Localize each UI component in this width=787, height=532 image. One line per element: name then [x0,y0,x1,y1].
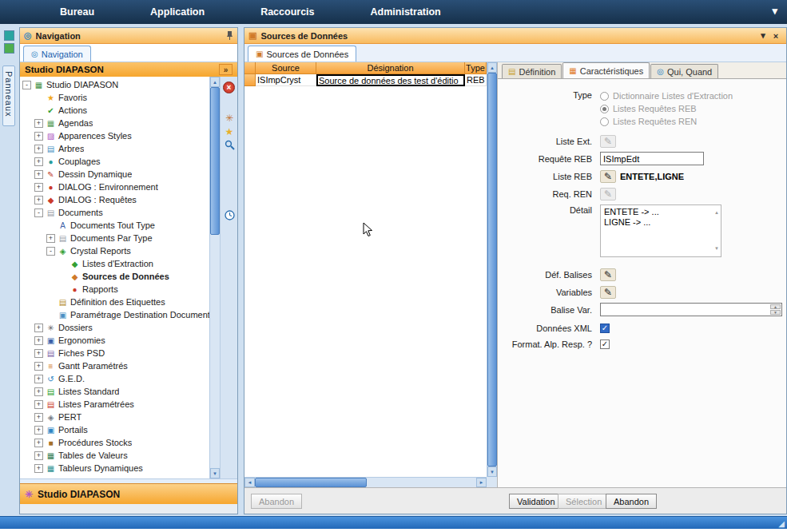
tree-item[interactable]: +●Couplages [20,155,209,168]
radio-button[interactable] [600,105,609,113]
tree-scrollbar[interactable]: ▲ ▼ [209,77,220,478]
expander-icon[interactable]: - [46,247,55,256]
tree-item[interactable]: +▣Portails [20,423,209,436]
tree-item[interactable]: +▦Tableurs Dynamiques [20,462,209,474]
panneaux-tab[interactable]: Panneaux [2,66,15,126]
menu-item-raccourcis[interactable]: Raccourcis [260,6,314,18]
menu-item-bureau[interactable]: Bureau [60,6,94,18]
expander-icon[interactable]: + [34,400,43,409]
expander-icon[interactable]: + [34,387,43,396]
table-cell[interactable]: ISImpCryst [256,74,316,86]
pin-button[interactable] [226,30,233,41]
expander-icon[interactable]: + [34,439,43,447]
tree-item[interactable]: -◈Crystal Reports [20,244,209,257]
resize-grip[interactable]: ◢ [778,519,785,528]
column-header[interactable]: Type [465,62,487,74]
scrollbar-thumb[interactable] [210,87,220,235]
tree-item[interactable]: ◆Listes d'Extraction [20,257,209,270]
table-cell[interactable]: REB [465,74,487,86]
liste-reb-edit-icon[interactable]: ✎ [600,170,616,183]
scroll-down-icon[interactable]: ▼ [487,466,497,477]
expander-icon[interactable]: + [34,336,43,345]
donnees-xml-checkbox[interactable]: ✓ [600,324,610,333]
expander-icon[interactable]: + [34,349,43,358]
radio-option[interactable]: Listes Requêtes REN [600,115,733,128]
tree-item[interactable]: +▤Fiches PSD [20,347,209,359]
menu-item-application[interactable]: Application [150,6,205,18]
tree-item[interactable]: +◆DIALOG : Requêtes [20,193,209,206]
tab-caracteristiques[interactable]: ▦Caractéristiques [562,62,650,78]
variables-edit-icon[interactable]: ✎ [600,286,616,299]
scroll-left-icon[interactable]: ◄ [244,478,255,487]
tree-item[interactable]: +◈PERT [20,411,209,423]
row-selector[interactable] [244,74,256,86]
expander-icon[interactable]: + [34,426,43,435]
scrollbar-thumb[interactable] [487,73,497,466]
table-hscrollbar[interactable]: ◄ ► [244,477,487,487]
expander-icon[interactable]: + [34,324,43,332]
abandon-button[interactable]: Abandon [606,494,657,509]
format-alp-checkbox[interactable]: ✓ [600,339,610,349]
expander-icon[interactable]: + [46,234,55,243]
column-header[interactable]: Source [256,62,316,74]
detail-scroll-down-icon[interactable]: ▼ [714,244,719,254]
window-close-button[interactable]: × [769,31,782,41]
column-header[interactable]: Désignation [316,62,465,74]
wizard-icon[interactable]: ✳ [223,112,236,124]
expander-icon[interactable]: - [34,208,43,217]
history-clock-icon[interactable] [223,209,236,221]
tree-item[interactable]: ✔Actions [20,104,209,117]
detail-scroll-up-icon[interactable]: ▲ [714,208,719,218]
tab-qui-quand[interactable]: ◎Qui, Quand [650,64,718,78]
expander-icon[interactable]: + [34,145,43,153]
expander-icon[interactable]: + [34,413,43,422]
tree-item[interactable]: +▦Tables de Valeurs [20,449,209,462]
tree-item[interactable]: +▤Listes Standard [20,385,209,398]
dock-panel-icon-1[interactable] [4,30,14,41]
tree-item[interactable]: +■Procédures Stocks [20,436,209,449]
expander-icon[interactable]: - [22,81,31,89]
tree-item[interactable]: +▤Arbres [20,142,209,155]
expander-icon[interactable]: + [34,362,43,371]
requete-reb-input[interactable] [600,152,704,165]
tree-item[interactable]: ★Favoris [20,91,209,104]
close-panel-button[interactable]: × [223,81,235,93]
tab-sources-de-donnees[interactable]: ▣ Sources de Données [248,46,356,62]
expander-icon[interactable]: + [34,157,43,166]
collapse-panel-button[interactable]: » [219,64,233,75]
dock-panel-icon-2[interactable] [4,43,14,54]
expander-icon[interactable]: + [34,119,43,128]
scrollbar-thumb[interactable] [255,478,367,487]
table-vscrollbar[interactable]: ▲ ▼ [487,62,497,477]
tree-item[interactable]: ◆Sources de Données [20,270,209,283]
radio-button[interactable] [600,92,609,101]
expander-icon[interactable]: + [34,132,43,141]
tree-item[interactable]: ADocuments Tout Type [20,219,209,232]
tree-item[interactable]: +✳Dossiers [20,321,209,334]
validation-button[interactable]: Validation [509,494,563,509]
spin-down-icon[interactable]: ▼ [770,310,781,315]
expander-icon[interactable]: + [34,170,43,179]
expander-icon[interactable]: + [34,375,43,383]
tab-definition[interactable]: ▤Définition [502,64,562,78]
tree-item[interactable]: +▦Agendas [20,117,209,129]
menu-chevron-icon[interactable]: ▾ [772,5,777,17]
detail-list[interactable]: ENTETE -> ...LIGNE -> ... ▲ ▼ [600,204,721,257]
search-icon[interactable] [223,139,236,151]
window-collapse-button[interactable]: ▾ [757,30,769,41]
tree-item[interactable]: +▣Ergonomies [20,334,209,347]
balise-var-combo[interactable]: ▲ ▼ [600,303,782,316]
table-row[interactable]: ISImpCrystSource de données des test d'é… [244,74,497,86]
tree-item[interactable]: +↺G.E.D. [20,372,209,385]
scroll-right-icon[interactable]: ► [476,478,487,487]
tree-item[interactable]: ▤Définition des Etiquettes [20,296,209,308]
radio-option[interactable]: Dictionnaire Listes d'Extraction [600,89,733,102]
radio-option[interactable]: Listes Requêtes REB [600,102,733,115]
tree-item[interactable]: +▨Apparences Styles [20,129,209,142]
tree-item[interactable]: -▤Documents [20,206,209,219]
spin-up-icon[interactable]: ▲ [770,304,781,309]
expander-icon[interactable]: + [34,451,43,460]
scroll-up-icon[interactable]: ▲ [487,62,497,73]
scroll-down-icon[interactable]: ▼ [210,468,220,478]
tree-item[interactable]: ●Rapports [20,283,209,296]
